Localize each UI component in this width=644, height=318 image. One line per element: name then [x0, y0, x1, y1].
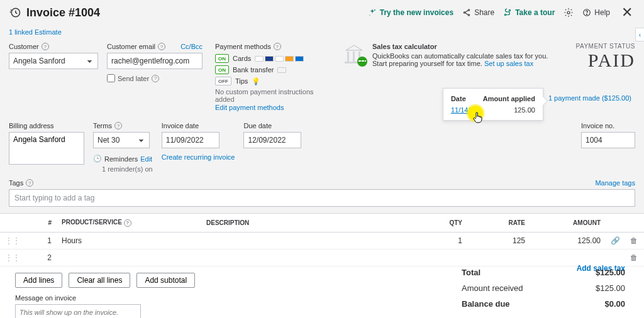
invoice-date-input[interactable] — [162, 132, 219, 148]
svg-rect-11 — [347, 52, 349, 62]
reminders-edit-link[interactable]: Edit — [140, 155, 152, 163]
payment-made-link[interactable]: 1 payment made ($125.00) — [548, 94, 631, 102]
payment-status-label: PAYMENT STATUS — [560, 43, 635, 50]
payment-methods-note: No custom payment instructions added — [215, 88, 328, 103]
svg-point-6 — [505, 14, 506, 15]
billing-address-label: Billing address — [9, 122, 54, 129]
take-tour-button[interactable]: Take a tour — [503, 8, 555, 17]
terms-select[interactable]: Net 30 — [93, 132, 150, 148]
clear-lines-button[interactable]: Clear all lines — [69, 273, 130, 288]
svg-point-10 — [587, 14, 587, 14]
message-label: Message on invoice — [15, 294, 76, 302]
message-textarea[interactable] — [15, 304, 141, 319]
route-icon — [503, 8, 512, 17]
gear-icon — [564, 8, 574, 18]
tips-toggle[interactable]: OFF — [215, 77, 231, 85]
customer-email-label: Customer email — [107, 43, 155, 50]
customer-label: Customer — [9, 43, 39, 50]
history-icon[interactable] — [9, 6, 21, 19]
payment-applied-popover: DateAmount applied 11/14/20 125.00 — [443, 88, 543, 121]
trash-icon[interactable]: 🗑 — [625, 232, 644, 249]
terms-label: Terms — [93, 122, 112, 129]
trash-icon[interactable]: 🗑 — [625, 249, 644, 266]
drag-handle-icon[interactable]: ⋮⋮ — [0, 232, 25, 249]
close-button[interactable]: ✕ — [619, 4, 635, 21]
page-title: Invoice #1004 — [26, 6, 100, 19]
clock-icon: 🕒 — [93, 155, 102, 163]
bank-toggle[interactable]: ON — [215, 65, 229, 74]
help-icon[interactable]: ? — [158, 43, 165, 50]
help-icon[interactable]: ? — [124, 219, 131, 227]
table-row[interactable]: ⋮⋮ 2 🗑 — [0, 249, 644, 266]
invoice-date-label: Invoice date — [162, 122, 199, 129]
help-button[interactable]: Help — [582, 8, 610, 17]
side-panel-toggle[interactable]: ‹ — [635, 28, 644, 41]
sales-tax-heading: Sales tax calculator — [372, 43, 548, 50]
due-date-label: Due date — [243, 122, 272, 129]
payment-methods-label: Payment methods — [215, 43, 271, 50]
help-icon[interactable]: ? — [42, 43, 49, 50]
lightbulb-icon: 💡 — [252, 77, 260, 85]
edit-payment-methods-link[interactable]: Edit payment methods — [215, 104, 284, 111]
svg-point-1 — [374, 9, 375, 11]
customer-select[interactable]: Angela Sanford — [9, 53, 98, 69]
help-icon[interactable]: ? — [114, 122, 122, 129]
send-later-checkbox[interactable]: Send later ? — [107, 74, 203, 82]
totals-summary: Total$125.00 Amount received$125.00 Bala… — [462, 265, 625, 312]
share-button[interactable]: Share — [462, 8, 494, 17]
svg-rect-17 — [362, 60, 364, 62]
drag-handle-icon[interactable]: ⋮⋮ — [0, 249, 25, 266]
setup-sales-tax-link[interactable]: Set up sales tax — [484, 60, 533, 67]
tags-label: Tags — [9, 179, 23, 187]
payment-status-value: PAID — [560, 50, 635, 71]
invoice-header: Invoice #1004 Try the new invoices Share… — [0, 0, 644, 25]
line-items-table: # PRODUCT/SERVICE ? DESCRIPTION QTY RATE… — [0, 214, 644, 266]
due-date-input[interactable] — [243, 132, 301, 148]
svg-point-4 — [464, 12, 465, 13]
share-icon — [462, 8, 471, 17]
billing-address-input[interactable]: Angela Sanford — [9, 132, 84, 165]
help-icon[interactable]: ? — [274, 43, 281, 50]
help-icon[interactable]: ? — [26, 179, 33, 187]
help-icon[interactable]: ? — [152, 75, 159, 82]
svg-rect-16 — [358, 60, 361, 62]
invoice-no-input[interactable] — [581, 132, 635, 148]
add-lines-button[interactable]: Add lines — [15, 273, 62, 288]
sparkle-icon — [368, 8, 377, 17]
cursor-pointer-icon — [472, 111, 484, 124]
manage-tags-link[interactable]: Manage tags — [595, 179, 635, 187]
cards-toggle[interactable]: ON — [215, 54, 229, 63]
table-row[interactable]: ⋮⋮ 1 Hours 1 125 125.00 🔗 🗑 — [0, 232, 644, 249]
help-icon — [582, 8, 591, 17]
svg-rect-18 — [365, 60, 366, 62]
settings-button[interactable] — [564, 8, 574, 18]
ccbcc-link[interactable]: Cc/Bcc — [180, 43, 203, 50]
reminders-count: 1 reminder(s) on — [102, 165, 153, 173]
add-subtotal-button[interactable]: Add subtotal — [136, 273, 195, 288]
svg-rect-12 — [353, 52, 355, 62]
svg-point-5 — [468, 14, 469, 16]
svg-point-8 — [567, 11, 570, 14]
svg-point-3 — [468, 9, 469, 11]
link-icon[interactable]: 🔗 — [606, 232, 625, 249]
create-recurring-link[interactable]: Create recurring invoice — [162, 153, 235, 161]
invoice-no-label: Invoice no. — [581, 122, 614, 129]
tags-input[interactable]: Start typing to add a tag — [9, 189, 635, 207]
customer-email-input[interactable] — [107, 53, 203, 69]
linked-estimate-link[interactable]: 1 linked Estimate — [9, 28, 62, 36]
try-new-invoices-button[interactable]: Try the new invoices — [368, 8, 453, 17]
bank-illustration-icon — [340, 43, 366, 68]
svg-point-2 — [369, 15, 370, 16]
card-brand-icons — [255, 56, 304, 62]
bank-icon — [277, 67, 286, 73]
svg-point-7 — [509, 9, 511, 11]
